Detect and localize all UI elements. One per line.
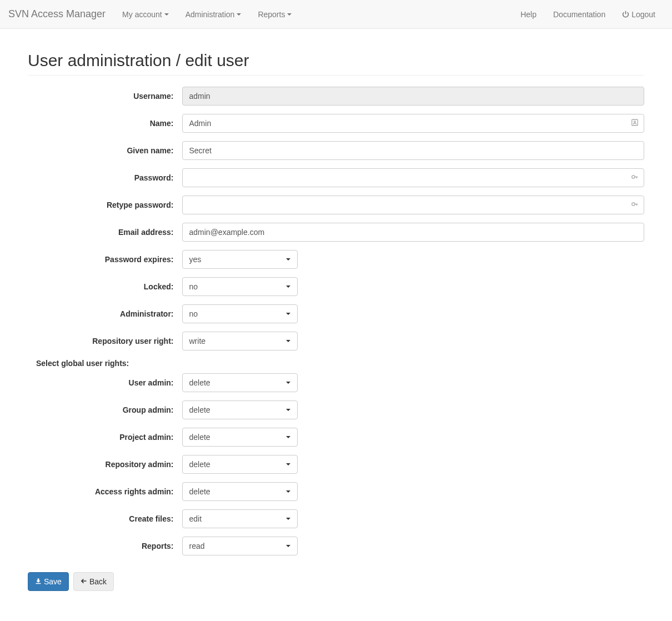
repository-admin-select[interactable]: delete (182, 455, 298, 474)
select-value: read (189, 542, 205, 550)
email-input[interactable] (182, 223, 645, 242)
chevron-down-icon (286, 518, 290, 520)
nav-administration[interactable]: Administration (177, 2, 250, 27)
navbar: SVN Access Manager My account Administra… (0, 0, 672, 29)
label-locked: Locked: (28, 282, 182, 291)
nav-documentation[interactable]: Documentation (545, 2, 614, 27)
main-container: User administration / edit user Username… (19, 51, 653, 591)
arrow-left-icon (81, 576, 87, 587)
navbar-right: Help Documentation Logout (512, 2, 664, 27)
svg-point-2 (632, 176, 635, 178)
contact-icon (631, 119, 639, 128)
save-button[interactable]: Save (28, 572, 69, 591)
select-value: delete (189, 378, 210, 387)
select-value: delete (189, 405, 210, 414)
svg-point-1 (634, 121, 636, 123)
nav-logout[interactable]: Logout (614, 2, 664, 27)
key-icon (631, 173, 639, 183)
back-label: Back (89, 576, 107, 587)
page-header: User administration / edit user (28, 51, 644, 76)
password-expires-select[interactable]: yes (182, 250, 298, 269)
administrator-select[interactable]: no (182, 304, 298, 323)
chevron-down-icon (286, 545, 290, 547)
label-given-name: Given name: (28, 146, 182, 155)
page-title: User administration / edit user (28, 51, 644, 70)
reports-select[interactable]: read (182, 537, 298, 555)
chevron-down-icon (286, 286, 290, 288)
password-input[interactable] (182, 168, 645, 187)
label-create-files: Create files: (28, 514, 182, 523)
label-repository-admin: Repository admin: (28, 460, 182, 469)
given-name-input[interactable] (182, 141, 645, 160)
logout-label: Logout (631, 10, 655, 19)
select-value: delete (189, 460, 210, 469)
global-rights-section-label: Select global user rights: (36, 359, 644, 368)
nav-label: My account (122, 10, 162, 19)
brand-link[interactable]: SVN Access Manager (8, 0, 114, 28)
label-group-admin: Group admin: (28, 405, 182, 414)
chevron-down-icon (286, 463, 290, 465)
nav-my-account[interactable]: My account (114, 2, 177, 27)
navbar-left: My account Administration Reports (114, 2, 300, 27)
label-access-rights-admin: Access rights admin: (28, 487, 182, 496)
save-icon (35, 576, 42, 587)
locked-select[interactable]: no (182, 277, 298, 296)
svg-rect-4 (36, 583, 41, 584)
label-username: Username: (28, 92, 182, 101)
back-button[interactable]: Back (73, 572, 114, 591)
label-password: Password: (28, 173, 182, 182)
username-input (182, 87, 645, 106)
chevron-down-icon (286, 340, 290, 342)
select-value: no (189, 309, 198, 318)
chevron-down-icon (286, 258, 290, 261)
label-name: Name: (28, 119, 182, 128)
chevron-down-icon (286, 313, 290, 315)
repo-user-right-select[interactable]: write (182, 332, 298, 350)
caret-icon (164, 13, 169, 16)
label-administrator: Administrator: (28, 309, 182, 318)
nav-label: Administration (185, 10, 235, 19)
select-value: delete (189, 433, 210, 442)
key-icon (631, 201, 639, 210)
chevron-down-icon (286, 382, 290, 384)
group-admin-select[interactable]: delete (182, 400, 298, 419)
chevron-down-icon (286, 490, 290, 493)
retype-password-input[interactable] (182, 196, 645, 214)
label-reports-right: Reports: (28, 542, 182, 550)
power-icon (622, 11, 629, 18)
svg-point-3 (632, 203, 635, 206)
save-label: Save (44, 576, 62, 587)
chevron-down-icon (286, 436, 290, 438)
access-rights-admin-select[interactable]: delete (182, 482, 298, 501)
caret-icon (237, 13, 241, 16)
select-value: yes (189, 255, 202, 264)
nav-help[interactable]: Help (512, 2, 545, 27)
user-admin-select[interactable]: delete (182, 373, 298, 392)
label-project-admin: Project admin: (28, 433, 182, 442)
select-value: write (189, 337, 206, 345)
chevron-down-icon (286, 409, 290, 411)
nav-reports[interactable]: Reports (249, 2, 300, 27)
label-repo-user-right: Repository user right: (28, 337, 182, 345)
name-input[interactable] (182, 114, 645, 133)
edit-user-form: Username: Name: Given name: Password: (28, 87, 644, 591)
label-user-admin: User admin: (28, 378, 182, 387)
label-retype-password: Retype password: (28, 201, 182, 209)
label-email: Email address: (28, 228, 182, 237)
select-value: no (189, 282, 198, 291)
nav-label: Reports (258, 10, 285, 19)
label-password-expires: Password expires: (28, 255, 182, 264)
create-files-select[interactable]: edit (182, 509, 298, 528)
select-value: edit (189, 514, 202, 523)
project-admin-select[interactable]: delete (182, 428, 298, 447)
button-row: Save Back (28, 572, 644, 591)
caret-icon (287, 13, 292, 16)
select-value: delete (189, 487, 210, 496)
